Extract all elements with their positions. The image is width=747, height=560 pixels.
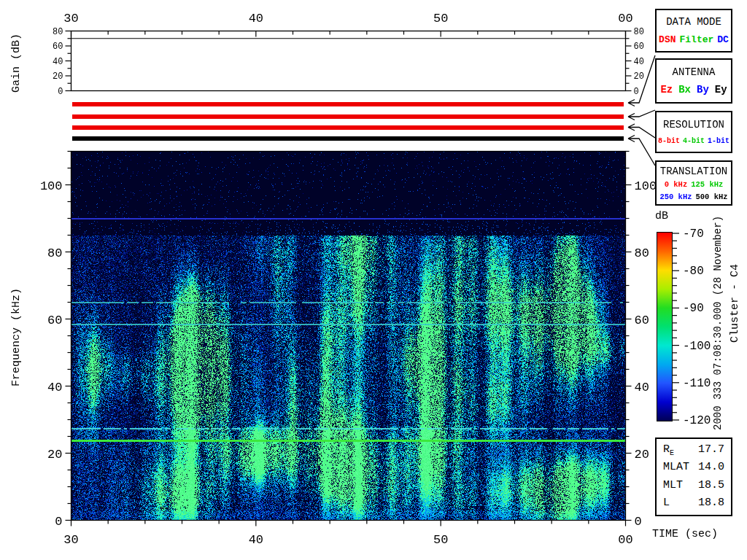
antenna-option-by: By	[697, 84, 709, 96]
resolution-option-8bit: 8-bit	[658, 137, 680, 145]
tick-label: 00	[618, 12, 632, 26]
colorbar	[657, 232, 673, 421]
tick-label: 0	[634, 87, 639, 97]
connector-arrow	[628, 136, 655, 166]
tick-label: 40	[634, 57, 644, 67]
tick-label: 40	[53, 57, 63, 67]
tick-label: 60	[47, 314, 62, 327]
tick-label: 80	[634, 27, 644, 37]
translation-options-row2: 250 kHz 500 kHz	[659, 192, 727, 201]
datetime-label: 2000 333 07:08:30.000 (28 November)	[712, 216, 724, 430]
tick-label: -120	[683, 414, 711, 427]
antenna-option-ey: Ey	[715, 84, 727, 96]
data-mode-option-dc: DC	[717, 34, 729, 45]
tick-label: 0	[55, 515, 62, 529]
translation-title: TRANSLATION	[660, 166, 727, 177]
tick-label: 20	[634, 71, 644, 82]
tick-label: 40	[635, 381, 649, 394]
colorbar-title: dB	[655, 210, 668, 222]
gain-axis-title: Gain (dB)	[10, 34, 23, 93]
ephemeris-row-l: L 18.8	[657, 497, 731, 510]
ephemeris-panel: RE 17.7 MLAT 14.0 MLT 18.5 L 18.8	[655, 438, 732, 516]
tick-label: -90	[683, 302, 704, 315]
translation-option-0khz: 0 kHz	[665, 180, 688, 189]
resolution-option-4bit: 4-bit	[683, 137, 705, 145]
connector-arrow	[628, 124, 655, 138]
spacecraft-label: Cluster - C4	[729, 264, 741, 343]
tick-label: 50	[433, 533, 448, 547]
tick-label: 20	[53, 71, 63, 82]
tick-label: 0	[635, 515, 642, 529]
tick-label: 80	[635, 246, 649, 260]
tick-label: 40	[249, 12, 263, 26]
translation-panel: TRANSLATION 0 kHz 125 kHz 250 kHz 500 kH…	[655, 160, 732, 206]
translation-option-125khz: 125 kHz	[691, 180, 723, 189]
tick-label: 80	[53, 27, 63, 37]
resolution-options: 8-bit 4-bit 1-bit	[658, 137, 729, 145]
tick-label: -70	[683, 228, 704, 241]
ephemeris-row-re: RE 17.7	[657, 443, 731, 457]
tick-label: 40	[249, 533, 263, 547]
ephemeris-row-mlt: MLT 18.5	[657, 479, 731, 493]
translation-status-bar	[72, 136, 624, 141]
tick-label: 60	[635, 314, 649, 327]
data-mode-options: DSN Filter DC	[659, 34, 729, 45]
connector-arrow	[628, 110, 655, 120]
data-mode-status-bar	[72, 102, 624, 106]
translation-options-row1: 0 kHz 125 kHz	[665, 180, 724, 189]
antenna-options: Ez Bx By Ey	[660, 84, 727, 96]
connector-arrow	[628, 55, 655, 106]
antenna-option-bx: Bx	[678, 84, 691, 96]
tick-label: 30	[63, 12, 78, 26]
tick-label: -100	[683, 340, 711, 353]
tick-label: -80	[683, 265, 704, 278]
antenna-panel: ANTENNA Ez Bx By Ey	[655, 58, 732, 104]
frequency-axis-title: Frequency (kHz)	[10, 288, 23, 386]
tick-label: 20	[635, 448, 649, 462]
tick-label: 50	[433, 12, 448, 26]
wbd-spectrogram-display: 3040500000202040406060808000202040406060…	[0, 0, 747, 560]
data-mode-option-filter: Filter	[679, 34, 713, 45]
resolution-option-1bit: 1-bit	[708, 137, 729, 145]
time-axis-title: TIME (sec)	[652, 528, 718, 540]
antenna-title: ANTENNA	[673, 66, 716, 78]
resolution-panel: RESOLUTION 8-bit 4-bit 1-bit	[655, 111, 732, 153]
tick-label: 80	[47, 246, 62, 260]
data-mode-title: DATA MODE	[666, 16, 721, 28]
data-mode-panel: DATA MODE DSN Filter DC	[655, 9, 732, 52]
tick-label: 60	[634, 42, 644, 52]
translation-option-250khz: 250 kHz	[659, 192, 692, 201]
tick-label: 00	[618, 533, 632, 547]
tick-label: 0	[58, 87, 63, 97]
ephemeris-row-mlat: MLAT 14.0	[657, 461, 731, 475]
tick-label: 20	[47, 448, 62, 462]
tick-label: 100	[635, 179, 657, 193]
resolution-title: RESOLUTION	[663, 119, 724, 131]
data-mode-option-dsn: DSN	[659, 34, 676, 45]
spectrogram-image	[71, 152, 626, 521]
tick-label: 30	[63, 533, 78, 547]
tick-label: 40	[47, 381, 62, 394]
antenna-option-ez: Ez	[660, 84, 673, 96]
tick-label: 100	[40, 179, 63, 193]
tick-label: 60	[53, 42, 63, 52]
tick-label: -110	[683, 377, 711, 390]
antenna-status-bar	[72, 114, 624, 119]
resolution-status-bar	[72, 125, 624, 130]
translation-option-500khz: 500 kHz	[696, 192, 728, 201]
gain-plot-frame	[71, 31, 626, 91]
